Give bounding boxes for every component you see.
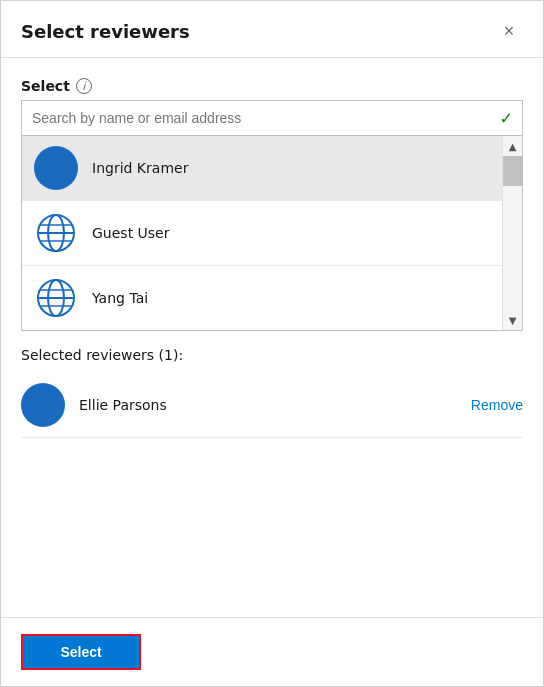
- selected-reviewers-label: Selected reviewers (1):: [21, 347, 523, 363]
- dialog-body: Select i ✓ Ingrid Kramer: [1, 58, 543, 617]
- select-button[interactable]: Select: [21, 634, 141, 670]
- scroll-track: [503, 156, 522, 310]
- select-label-text: Select: [21, 78, 70, 94]
- search-input[interactable]: [21, 100, 523, 136]
- avatar: [21, 383, 65, 427]
- dialog-footer: Select: [1, 617, 543, 686]
- remove-button[interactable]: Remove: [471, 397, 523, 413]
- select-reviewers-dialog: Select reviewers × Select i ✓ Ingrid Kra…: [0, 0, 544, 687]
- globe-icon: [34, 211, 78, 255]
- select-field-label: Select i: [21, 78, 523, 94]
- selected-reviewers-section: Selected reviewers (1): Ellie Parsons Re…: [21, 347, 523, 438]
- dialog-title: Select reviewers: [21, 21, 190, 42]
- avatar: [34, 146, 78, 190]
- scroll-thumb[interactable]: [503, 156, 522, 186]
- user-name: Guest User: [92, 225, 169, 241]
- scroll-down-arrow[interactable]: ▼: [503, 310, 522, 330]
- checkmark-icon: ✓: [500, 109, 513, 128]
- user-name: Ingrid Kramer: [92, 160, 188, 176]
- list-item[interactable]: Ingrid Kramer: [22, 136, 502, 201]
- dialog-header: Select reviewers ×: [1, 1, 543, 58]
- search-container: ✓: [21, 100, 523, 136]
- close-button[interactable]: ×: [495, 17, 523, 45]
- user-name: Yang Tai: [92, 290, 148, 306]
- dropdown-list-wrapper: Ingrid Kramer Guest User: [21, 136, 523, 331]
- info-icon[interactable]: i: [76, 78, 92, 94]
- list-item[interactable]: Yang Tai: [22, 266, 502, 330]
- scrollbar: ▲ ▼: [502, 136, 522, 330]
- globe-icon: [34, 276, 78, 320]
- list-item[interactable]: Guest User: [22, 201, 502, 266]
- selected-reviewer-item: Ellie Parsons Remove: [21, 373, 523, 438]
- selected-reviewer-name: Ellie Parsons: [79, 397, 471, 413]
- dropdown-list: Ingrid Kramer Guest User: [21, 136, 523, 331]
- scroll-up-arrow[interactable]: ▲: [503, 136, 522, 156]
